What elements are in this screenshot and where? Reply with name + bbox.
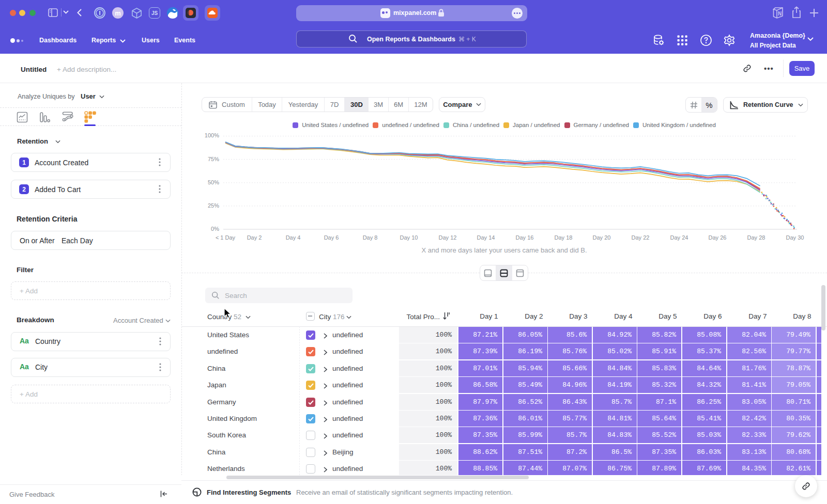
- svg-text:N: N: [778, 11, 782, 17]
